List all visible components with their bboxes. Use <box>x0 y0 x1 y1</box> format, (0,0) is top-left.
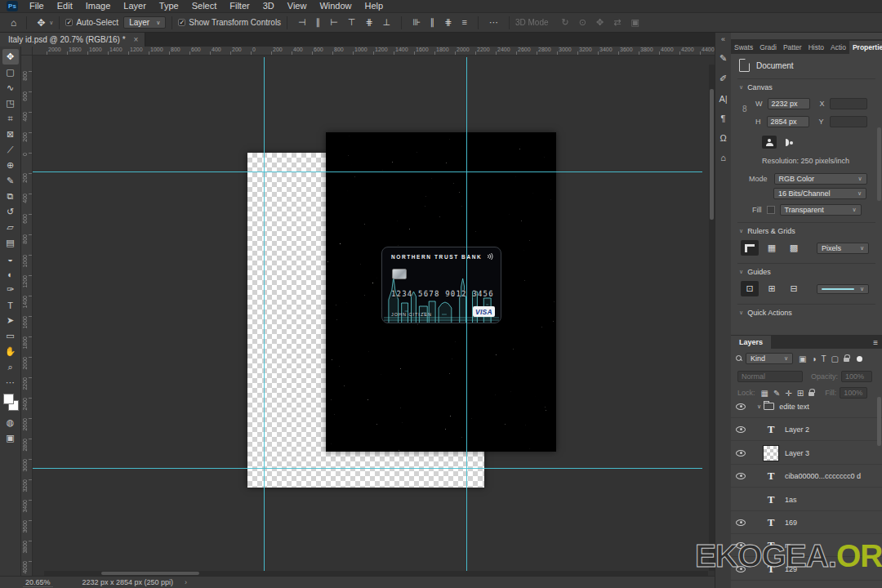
tool-preset-caret-icon[interactable]: ∨ <box>49 20 53 26</box>
screen-mode-button[interactable]: ▣ <box>2 430 19 446</box>
layers-scrollbar-thumb[interactable] <box>877 397 881 446</box>
credit-card-layer-image[interactable]: NORTHERN TRUST BANK 1234 5678 9012 3456 … <box>381 247 501 323</box>
blur-tool-icon[interactable]: ◒ <box>2 251 19 266</box>
menu-filter[interactable]: Filter <box>223 0 256 12</box>
group-expand-caret-icon[interactable]: ∨ <box>757 403 761 410</box>
panel-tab-swats[interactable]: Swats <box>731 41 756 54</box>
layer-name[interactable]: 1as <box>785 496 797 504</box>
layer-name[interactable]: Layer 2 <box>785 425 809 434</box>
color-swatches[interactable] <box>2 394 19 415</box>
paragraph-panel-icon[interactable]: ¶ <box>721 114 726 123</box>
layer-filter-kind-dropdown[interactable]: Kind∨ <box>746 353 793 364</box>
show-transform-controls-checkbox[interactable]: ✓ <box>178 19 185 26</box>
zoom-tool-icon[interactable]: ⌕ <box>2 359 19 375</box>
guide-lock-button[interactable]: ⊡ <box>741 281 759 296</box>
panel-tab-patter[interactable]: Patter <box>780 41 805 54</box>
edit-toolbar-icon[interactable]: ⋯ <box>2 375 19 390</box>
guide-horizontal[interactable] <box>33 468 702 469</box>
vertical-ruler[interactable]: 8006004002000200400600800100012001400160… <box>21 56 33 576</box>
auto-select-target-dropdown[interactable]: Layer∨ <box>123 16 166 29</box>
menu-view[interactable]: View <box>281 0 314 12</box>
distribute-spacing-icon[interactable]: ≡ <box>457 17 472 27</box>
guide-vertical[interactable] <box>264 57 265 576</box>
layer-filter-toggle[interactable] <box>857 356 862 362</box>
guide-new-button[interactable]: ⊞ <box>763 281 781 296</box>
dodge-tool-icon[interactable]: ◐ <box>2 266 19 282</box>
align-right-icon[interactable]: ⊢ <box>325 17 343 27</box>
gradient-tool-icon[interactable]: ▤ <box>2 235 19 251</box>
marquee-tool-icon[interactable]: ▢ <box>2 65 19 80</box>
distribute-left-icon[interactable]: ⊪ <box>408 17 425 27</box>
type-tool-icon[interactable]: T <box>2 297 19 313</box>
toggle-grid-button[interactable]: ▦ <box>763 240 781 256</box>
portrait-orientation-button[interactable] <box>762 136 777 149</box>
height-field[interactable]: 2854 px <box>767 116 809 127</box>
menu-select[interactable]: Select <box>185 0 224 12</box>
menu-help[interactable]: Help <box>359 0 390 12</box>
toggle-pixel-grid-button[interactable]: ▩ <box>785 240 803 256</box>
brush-tool-icon[interactable]: ✎ <box>2 173 19 189</box>
home-icon[interactable]: ⌂ <box>7 17 20 29</box>
filter-shape-layers-icon[interactable]: ▢ <box>831 354 839 363</box>
filter-lock-icon[interactable] <box>844 358 849 362</box>
libraries-panel-icon[interactable]: ⌂ <box>720 153 726 163</box>
panel-tab-properties[interactable]: Properties <box>849 41 882 54</box>
layer-visibility-eye-icon[interactable] <box>731 426 751 433</box>
layer-row-pixel[interactable]: Layer 3 <box>731 442 882 465</box>
guide-layout-button[interactable]: ⊟ <box>785 281 803 296</box>
layer-row-text[interactable]: T01.01.1990 <box>731 581 882 588</box>
align-bottom-icon[interactable]: ⊥ <box>378 17 396 27</box>
guide-horizontal[interactable] <box>33 172 702 172</box>
clone-stamp-tool-icon[interactable]: ⧉ <box>2 189 19 204</box>
guide-vertical[interactable] <box>466 57 467 576</box>
guides-caret-icon[interactable]: ∨ <box>739 269 743 275</box>
layer-row-group[interactable]: ∨edite text <box>731 395 882 418</box>
layer-name[interactable]: Layer 3 <box>785 449 809 457</box>
shape-tool-icon[interactable]: ▭ <box>2 328 19 344</box>
layer-name[interactable]: ciba00000...ccccccc0 d <box>785 472 861 480</box>
status-options-arrow-icon[interactable]: › <box>185 578 187 586</box>
menu-image[interactable]: Image <box>79 0 118 12</box>
ruler-corner[interactable] <box>21 47 33 56</box>
eraser-tool-icon[interactable]: ▱ <box>2 220 19 235</box>
zoom-level-field[interactable]: 20.65% <box>23 578 53 587</box>
menu-edit[interactable]: Edit <box>51 0 79 12</box>
layer-thumbnail[interactable] <box>763 445 779 461</box>
text-layer-icon[interactable]: T <box>762 423 780 436</box>
layer-name[interactable]: edite text <box>779 403 809 411</box>
lasso-tool-icon[interactable]: ∿ <box>2 80 19 96</box>
panel-tab-actio[interactable]: Actio <box>827 41 849 54</box>
menu-layer[interactable]: Layer <box>117 0 153 12</box>
history-brush-tool-icon[interactable]: ↺ <box>2 204 19 220</box>
text-layer-icon[interactable]: T <box>762 470 780 483</box>
align-left-icon[interactable]: ⊣ <box>293 17 311 27</box>
menu-file[interactable]: File <box>23 0 51 12</box>
brush-settings-icon[interactable]: ✎ <box>719 53 727 64</box>
distribute-horizontal-icon[interactable]: ⋕ <box>360 17 377 27</box>
link-dimensions-icon[interactable]: 8 <box>742 105 747 114</box>
canvas-section-caret-icon[interactable]: ∨ <box>739 84 743 91</box>
character-panel-icon[interactable]: A| <box>719 94 727 104</box>
auto-select-checkbox[interactable]: ✓ <box>65 19 73 26</box>
layers-panel-menu-icon[interactable]: ≡ <box>873 338 882 349</box>
pen-tool-icon[interactable]: ✑ <box>2 282 19 297</box>
horizontal-scrollbar-thumb[interactable] <box>101 572 199 575</box>
move-tool-preset-icon[interactable]: ✥ <box>33 17 49 29</box>
color-mode-dropdown[interactable]: RGB Color∨ <box>774 173 867 185</box>
close-tab-icon[interactable]: × <box>134 35 139 44</box>
guide-style-dropdown[interactable]: ∨ <box>817 284 869 294</box>
menu-type[interactable]: Type <box>153 0 185 12</box>
panel-tab-gradi[interactable]: Gradi <box>756 41 780 54</box>
properties-scrollbar-thumb[interactable] <box>877 127 881 201</box>
horizontal-ruler[interactable]: 2000180016001400120010008006004002000200… <box>33 47 715 56</box>
landscape-orientation-button[interactable] <box>782 136 796 149</box>
path-selection-tool-icon[interactable]: ➤ <box>2 313 19 328</box>
panel-tab-histo[interactable]: Histo <box>805 41 827 54</box>
quick-mask-mode-button[interactable]: ◍ <box>2 415 19 430</box>
ruler-units-dropdown[interactable]: Pixels∨ <box>817 243 869 254</box>
distribute-center-icon[interactable]: ∥ <box>425 17 440 27</box>
text-layer-icon[interactable]: T <box>762 493 780 506</box>
distribute-right-icon[interactable]: ⋕ <box>439 17 457 27</box>
expand-panels-icon[interactable]: « <box>721 35 725 43</box>
layer-visibility-eye-icon[interactable] <box>731 519 751 526</box>
